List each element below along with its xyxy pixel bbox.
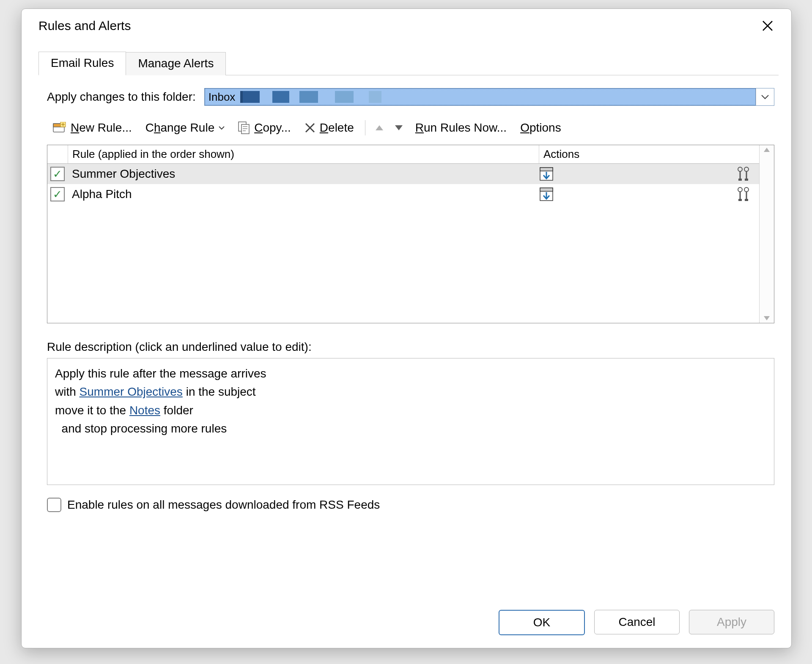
copy-icon xyxy=(238,121,250,134)
chevron-down-icon xyxy=(219,126,225,130)
rules-toolbar: New Rule... Change Rule Copy... Delete xyxy=(47,118,774,137)
svg-point-17 xyxy=(738,187,742,192)
cancel-button[interactable]: Cancel xyxy=(594,610,680,634)
chevron-down-icon xyxy=(761,94,769,99)
close-button[interactable] xyxy=(756,17,779,34)
redacted-folder-detail xyxy=(240,89,381,105)
tab-strip: Email Rules Manage Alerts xyxy=(38,51,779,75)
tab-content: Apply changes to this folder: Inbox xyxy=(22,75,791,593)
delete-icon xyxy=(304,122,315,133)
subject-value-link[interactable]: Summer Objectives xyxy=(80,385,183,398)
svg-rect-13 xyxy=(738,179,742,181)
folder-select-body[interactable]: Inbox xyxy=(205,88,756,105)
rule-checkbox[interactable]: ✓ xyxy=(47,187,68,201)
rule-name: Summer Objectives xyxy=(68,167,484,181)
column-header-actions[interactable]: Actions xyxy=(539,145,759,163)
svg-marker-5 xyxy=(376,125,383,130)
svg-point-9 xyxy=(738,167,742,171)
move-to-folder-icon xyxy=(539,187,554,201)
rule-checkbox[interactable]: ✓ xyxy=(47,167,68,181)
column-header-check[interactable] xyxy=(47,145,68,163)
triangle-up-icon xyxy=(375,124,384,131)
description-line: with Summer Objectives in the subject xyxy=(55,383,766,401)
rule-description-label: Rule description (click an underlined va… xyxy=(47,340,774,354)
folder-select[interactable]: Inbox xyxy=(204,88,774,106)
rss-checkbox-label: Enable rules on all messages downloaded … xyxy=(67,498,380,512)
run-rules-now-button[interactable]: Run Rules Now... xyxy=(409,118,513,137)
options-button[interactable]: Options xyxy=(514,118,567,137)
tab-email-rules[interactable]: Email Rules xyxy=(38,52,126,75)
wrench-icon xyxy=(736,167,751,181)
folder-selected-value: Inbox xyxy=(208,91,239,104)
wrench-icon xyxy=(736,187,751,201)
copy-rule-button[interactable]: Copy... xyxy=(232,118,297,137)
svg-rect-10 xyxy=(740,171,741,179)
svg-point-11 xyxy=(744,167,749,171)
svg-rect-16 xyxy=(540,188,553,191)
svg-rect-18 xyxy=(740,191,741,200)
svg-rect-8 xyxy=(540,168,553,171)
folder-label: Apply changes to this folder: xyxy=(47,90,196,104)
move-down-button[interactable] xyxy=(390,122,408,134)
description-line: and stop processing more rules xyxy=(55,419,766,438)
rule-description-box: Apply this rule after the message arrive… xyxy=(47,358,774,485)
dialog-button-row: OK Cancel Apply xyxy=(22,593,791,648)
svg-point-19 xyxy=(744,187,749,192)
scroll-up-icon xyxy=(763,147,771,153)
rule-row[interactable]: ✓ Alpha Pitch xyxy=(47,184,759,204)
svg-rect-21 xyxy=(738,199,742,201)
titlebar: Rules and Alerts xyxy=(22,9,791,39)
svg-rect-12 xyxy=(746,171,747,179)
folder-dropdown-button[interactable] xyxy=(756,88,774,105)
change-rule-button[interactable]: Change Rule xyxy=(140,118,230,137)
description-line: move it to the Notes folder xyxy=(55,401,766,419)
checkmark-icon: ✓ xyxy=(53,189,62,200)
svg-marker-23 xyxy=(764,148,770,152)
rules-and-alerts-dialog: Rules and Alerts Email Rules Manage Aler… xyxy=(21,8,792,648)
folder-row: Apply changes to this folder: Inbox xyxy=(47,88,774,106)
rss-checkbox-row[interactable]: Enable rules on all messages downloaded … xyxy=(47,498,774,512)
apply-button[interactable]: Apply xyxy=(689,610,774,634)
move-to-folder-icon xyxy=(539,167,554,181)
delete-rule-button[interactable]: Delete xyxy=(299,118,360,137)
svg-rect-22 xyxy=(745,199,748,201)
close-icon xyxy=(762,20,774,32)
dialog-title: Rules and Alerts xyxy=(38,19,131,33)
triangle-down-icon xyxy=(394,124,403,131)
scroll-down-icon xyxy=(763,315,771,321)
rules-scrollbar[interactable] xyxy=(759,145,774,323)
rules-list: Rule (applied in the order shown) Action… xyxy=(47,145,774,323)
rule-name: Alpha Pitch xyxy=(68,187,484,201)
rss-checkbox[interactable] xyxy=(47,498,61,512)
folder-value-link[interactable]: Notes xyxy=(129,404,160,417)
svg-marker-24 xyxy=(764,316,770,320)
move-up-button[interactable] xyxy=(370,122,388,134)
svg-rect-4 xyxy=(241,124,249,134)
svg-marker-6 xyxy=(395,125,403,130)
ok-button[interactable]: OK xyxy=(499,610,585,635)
toolbar-separator xyxy=(365,120,365,135)
tab-manage-alerts[interactable]: Manage Alerts xyxy=(126,52,226,75)
new-rule-button[interactable]: New Rule... xyxy=(47,118,138,137)
column-header-rule[interactable]: Rule (applied in the order shown) xyxy=(68,145,539,163)
rules-list-header: Rule (applied in the order shown) Action… xyxy=(47,145,759,164)
description-line: Apply this rule after the message arrive… xyxy=(55,364,766,383)
svg-rect-20 xyxy=(746,191,747,200)
svg-rect-14 xyxy=(745,179,748,181)
rules-list-body: ✓ Summer Objectives xyxy=(47,164,759,323)
checkmark-icon: ✓ xyxy=(53,168,62,179)
new-rule-icon xyxy=(53,122,66,134)
rule-row[interactable]: ✓ Summer Objectives xyxy=(47,164,759,184)
